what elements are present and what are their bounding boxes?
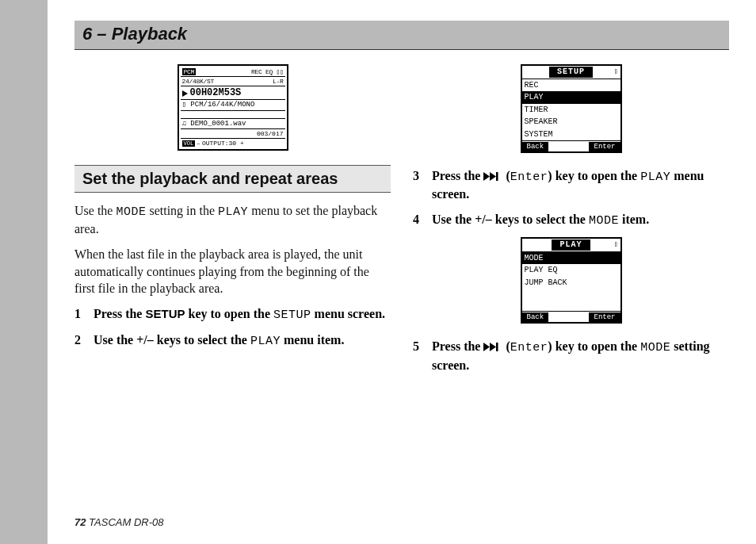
- menu-title: SETUP: [549, 67, 593, 78]
- menu-item-speaker: SPEAKER: [522, 116, 620, 128]
- lcd-counter: 003/017: [181, 129, 285, 139]
- menu-item-play: PLAY: [522, 91, 620, 104]
- lcd-filename: ♫ DEMO_0001.wav: [181, 119, 285, 129]
- section-heading: Set the playback and repeat areas: [74, 165, 391, 193]
- setup-key-label: SETUP: [145, 307, 185, 320]
- lcd-pcm-badge: PCM: [182, 68, 197, 75]
- step-2: 2 Use the +/– keys to select the PLAY me…: [74, 331, 391, 350]
- menu-title: PLAY: [552, 239, 590, 251]
- play-triangle-icon: [182, 90, 188, 97]
- menu-item-rec: REC: [522, 79, 620, 92]
- play-menu-label: PLAY: [250, 335, 281, 348]
- svg-rect-2: [496, 172, 498, 181]
- mode-label: MODE: [116, 205, 146, 219]
- lcd-format: 24/48K/ST: [182, 78, 215, 85]
- page-number: 72: [74, 516, 86, 528]
- lcd-playback-screen: PCM REC EQ ▯▯ 24/48K/ST L-R 00H02M53S ▯ …: [178, 64, 288, 151]
- softkey-back: Back: [522, 142, 549, 151]
- mode-item-label: MODE: [589, 214, 619, 228]
- left-column: PCM REC EQ ▯▯ 24/48K/ST L-R 00H02M53S ▯ …: [74, 61, 391, 381]
- fast-forward-icon: [483, 343, 502, 351]
- step-number: 5: [413, 338, 424, 374]
- svg-marker-4: [490, 343, 496, 351]
- menu-item-timer: TIMER: [522, 104, 620, 117]
- step-number: 3: [413, 167, 424, 203]
- step-number: 2: [74, 331, 86, 350]
- step-5: 5 Press the (Enter) key to open the MODE…: [413, 338, 729, 374]
- lcd-playback-wrap: PCM REC EQ ▯▯ 24/48K/ST L-R 00H02M53S ▯ …: [74, 64, 391, 151]
- softkey-enter: Enter: [589, 312, 620, 322]
- step-number: 1: [74, 305, 86, 324]
- setup-menu-label: SETUP: [273, 308, 311, 322]
- lcd-vol-badge: VOL: [182, 140, 196, 147]
- step-4: 4 Use the +/– keys to select the MODE it…: [413, 211, 729, 229]
- menu-item-system: SYSTEM: [522, 128, 620, 141]
- chapter-title: 6 – Playback: [82, 24, 721, 44]
- fast-forward-icon: [483, 172, 502, 181]
- footer-product: TASCAM DR-08: [86, 516, 163, 528]
- battery-icon: ▯: [614, 240, 618, 249]
- chapter-header: 6 – Playback: [74, 21, 729, 50]
- lcd-setup-menu: SETUP ▯ REC PLAY TIMER SPEAKER SYSTEM Ba…: [521, 64, 622, 153]
- manual-page: 6 – Playback PCM REC EQ ▯▯ 24/48K/ST L-R: [48, 0, 756, 544]
- menu-item-jumpback: JUMP BACK: [522, 277, 620, 289]
- lcd-time: 00H02M53S: [190, 88, 242, 99]
- lcd-setup-wrap: SETUP ▯ REC PLAY TIMER SPEAKER SYSTEM Ba…: [413, 64, 729, 153]
- svg-marker-0: [483, 172, 490, 181]
- enter-key-label: Enter: [510, 170, 548, 184]
- svg-marker-3: [483, 343, 490, 351]
- softkey-back: Back: [522, 312, 549, 322]
- svg-marker-1: [490, 172, 496, 181]
- page-footer: 72 TASCAM DR-08: [74, 516, 163, 528]
- paragraph-2: When the last file in the playback area …: [74, 246, 391, 297]
- step-3: 3 Press the (Enter) key to open the PLAY…: [413, 167, 729, 203]
- right-column: SETUP ▯ REC PLAY TIMER SPEAKER SYSTEM Ba…: [413, 61, 729, 381]
- lcd-lr: L-R: [273, 78, 284, 85]
- svg-rect-5: [496, 343, 498, 351]
- battery-icon: ▯: [614, 67, 618, 76]
- step-number: 4: [413, 211, 424, 229]
- lcd-receq-indicator: REC EQ ▯▯: [251, 68, 284, 75]
- menu-item-playeq: PLAY EQ: [522, 264, 620, 277]
- enter-key-label: Enter: [510, 341, 548, 354]
- menu-item-mode: MODE: [522, 252, 620, 265]
- play-screen-label: PLAY: [640, 170, 670, 184]
- lcd-play-wrap: PLAY ▯ MODE PLAY EQ JUMP BACK Back Enter: [413, 237, 729, 324]
- step-1: 1 Press the SETUP key to open the SETUP …: [74, 305, 391, 324]
- mode-screen-label: MODE: [640, 341, 670, 354]
- two-column-layout: PCM REC EQ ▯▯ 24/48K/ST L-R 00H02M53S ▯ …: [74, 61, 729, 381]
- softkey-enter: Enter: [589, 142, 620, 151]
- lcd-play-menu: PLAY ▯ MODE PLAY EQ JUMP BACK Back Enter: [521, 237, 622, 324]
- paragraph-1: Use the MODE setting in the PLAY menu to…: [74, 202, 391, 238]
- play-label: PLAY: [218, 205, 248, 219]
- lcd-output-level: OUTPUT:30 +: [202, 140, 244, 147]
- lcd-codec: PCM/16/44K/MONO: [190, 101, 254, 109]
